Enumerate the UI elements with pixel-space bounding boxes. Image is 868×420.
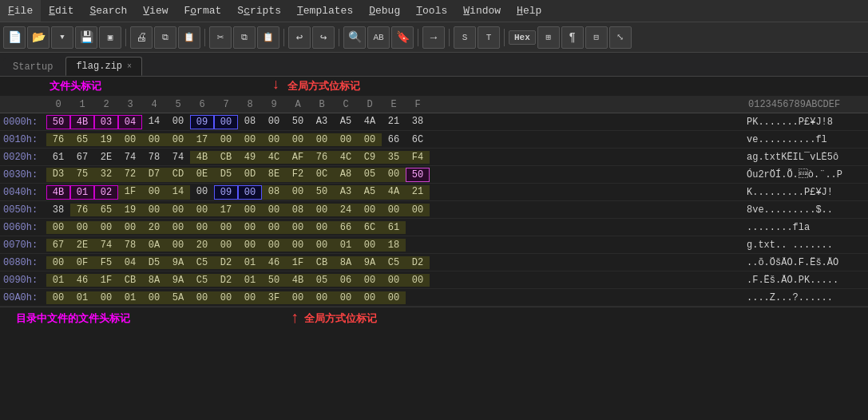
hex-cell[interactable]: 18: [382, 239, 406, 252]
hex-cell[interactable]: 09: [190, 115, 214, 129]
hex-cell[interactable]: 00: [310, 291, 334, 304]
hex-cell[interactable]: 00: [238, 204, 262, 216]
hex-cell[interactable]: F5: [94, 256, 118, 269]
hex-cell[interactable]: 00: [310, 133, 334, 146]
hex-cell[interactable]: 00: [142, 291, 166, 304]
copy-button[interactable]: ⧉: [154, 26, 176, 49]
hex-cell[interactable]: 01: [238, 274, 262, 287]
hex-cell[interactable]: 1F: [94, 274, 118, 287]
hex-cell[interactable]: 00: [166, 204, 190, 216]
hex-cell[interactable]: 00: [286, 239, 310, 252]
hex-cell[interactable]: 00: [214, 291, 238, 304]
hex-cell[interactable]: 50: [262, 274, 286, 287]
hex-cell[interactable]: 20: [142, 221, 166, 234]
hex-cell[interactable]: 2E: [70, 239, 94, 252]
hex-cell[interactable]: 17: [214, 204, 238, 216]
hex-cell[interactable]: 61: [46, 151, 70, 164]
hex-cell[interactable]: 05: [358, 168, 382, 182]
hex-cell[interactable]: 00: [238, 291, 262, 304]
hex-cell[interactable]: 4B: [190, 151, 214, 164]
hex-cell[interactable]: 06: [334, 274, 358, 287]
hex-cell[interactable]: 00: [46, 221, 70, 234]
hex-cell[interactable]: 00: [214, 115, 238, 129]
hex-cell[interactable]: 01: [334, 239, 358, 252]
hex-cell[interactable]: A5: [334, 115, 358, 129]
hex-cell[interactable]: A3: [334, 185, 358, 200]
hex-cell[interactable]: C5: [190, 274, 214, 287]
hex-cell[interactable]: 67: [70, 151, 94, 164]
hex-cell[interactable]: 00: [238, 221, 262, 234]
hex-cell[interactable]: 20: [190, 239, 214, 252]
hex-cell[interactable]: 00: [382, 291, 406, 304]
para-button[interactable]: ¶: [561, 26, 584, 49]
hex-cell[interactable]: 03: [94, 115, 118, 129]
hex-cell[interactable]: 00: [382, 274, 406, 287]
hex-cell[interactable]: 66: [382, 133, 406, 146]
menu-edit[interactable]: Edit: [41, 0, 81, 22]
print-button[interactable]: 🖨: [130, 26, 153, 49]
hex-cell[interactable]: 00: [286, 133, 310, 146]
hex-cell[interactable]: D3: [46, 168, 70, 182]
hex-cell[interactable]: 65: [70, 133, 94, 146]
tab-close-icon[interactable]: ×: [127, 62, 132, 71]
hex-cell[interactable]: C9: [358, 151, 382, 164]
open-dropdown[interactable]: ▼: [51, 26, 73, 49]
hex-cell[interactable]: 00: [262, 115, 286, 129]
hex-cell[interactable]: 66: [334, 221, 358, 234]
hex-cell[interactable]: 00: [142, 185, 166, 200]
hex-cell[interactable]: 67: [46, 239, 70, 252]
hex-cell[interactable]: 00: [118, 221, 142, 234]
template-button[interactable]: T: [478, 26, 500, 49]
hex-cell[interactable]: 00: [262, 204, 286, 216]
hex-cell[interactable]: 00: [358, 204, 382, 216]
hex-cell[interactable]: D5: [214, 168, 238, 182]
hex-cell[interactable]: 00: [334, 133, 358, 146]
tab-startup[interactable]: Startup: [3, 58, 62, 76]
hex-cell[interactable]: 46: [262, 256, 286, 269]
hex-cell[interactable]: 50: [46, 115, 70, 129]
hex-cell[interactable]: 05: [310, 274, 334, 287]
hex-cell[interactable]: 21: [382, 115, 406, 129]
hex-cell[interactable]: 01: [46, 274, 70, 287]
hex-cell[interactable]: 6C: [406, 133, 430, 146]
hex-cell[interactable]: 00: [166, 239, 190, 252]
hex-cell[interactable]: 0C: [310, 168, 334, 182]
hex-cell[interactable]: 38: [406, 115, 430, 129]
hex-cell[interactable]: 0D: [238, 168, 262, 182]
hex-cell[interactable]: 00: [190, 291, 214, 304]
hex-cell[interactable]: 72: [118, 168, 142, 182]
hex-cell[interactable]: 00: [310, 239, 334, 252]
hex-cell[interactable]: 24: [334, 204, 358, 216]
hex-cell[interactable]: 04: [118, 256, 142, 269]
hex-cell[interactable]: 76: [310, 151, 334, 164]
hex-cell[interactable]: 0A: [142, 239, 166, 252]
paste-button[interactable]: 📋: [178, 26, 200, 49]
hex-cell[interactable]: 4C: [334, 151, 358, 164]
hex-cell[interactable]: 8A: [142, 274, 166, 287]
hex-cell[interactable]: 4B: [46, 185, 70, 200]
hex-cell[interactable]: D2: [214, 274, 238, 287]
hex-cell[interactable]: 19: [118, 204, 142, 216]
hex-cell[interactable]: 00: [142, 204, 166, 216]
cut-button[interactable]: ✂: [209, 26, 232, 49]
hex-cell[interactable]: 8A: [334, 256, 358, 269]
hex-cell[interactable]: 00: [358, 291, 382, 304]
hex-cell[interactable]: A5: [358, 185, 382, 200]
columns-button[interactable]: ⊟: [585, 26, 608, 49]
hex-cell[interactable]: 78: [118, 239, 142, 252]
hex-cell[interactable]: 4A: [358, 115, 382, 129]
hex-cell[interactable]: D5: [142, 256, 166, 269]
menu-tools[interactable]: Tools: [408, 0, 455, 22]
hex-cell[interactable]: 74: [118, 151, 142, 164]
hex-cell[interactable]: 00: [142, 133, 166, 146]
hex-cell[interactable]: 00: [262, 239, 286, 252]
hex-cell[interactable]: 46: [70, 274, 94, 287]
hex-cell[interactable]: 00: [382, 204, 406, 216]
hex-cell[interactable]: 35: [382, 151, 406, 164]
menu-format[interactable]: Format: [176, 0, 229, 22]
open-button[interactable]: 📂: [27, 26, 50, 49]
hex-cell[interactable]: 00: [238, 239, 262, 252]
hex-cell[interactable]: 0F: [70, 256, 94, 269]
menu-view[interactable]: View: [135, 0, 176, 22]
hex-cell[interactable]: 76: [46, 133, 70, 146]
